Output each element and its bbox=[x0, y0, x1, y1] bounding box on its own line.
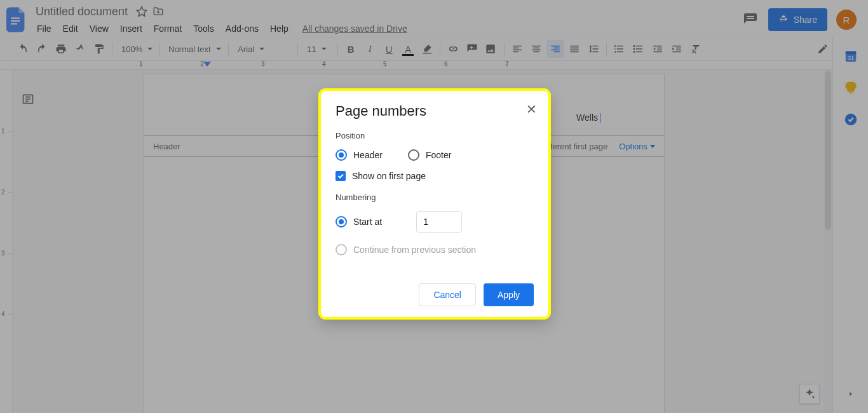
show-first-page-checkbox[interactable]: Show on first page bbox=[336, 171, 534, 181]
start-at-input[interactable] bbox=[416, 211, 462, 233]
cancel-button[interactable]: Cancel bbox=[419, 283, 476, 306]
position-header-radio[interactable]: Header bbox=[336, 149, 383, 161]
close-icon[interactable]: ✕ bbox=[522, 100, 540, 118]
continue-radio: Continue from previous section bbox=[336, 244, 534, 255]
numbering-section-label: Numbering bbox=[336, 193, 534, 202]
start-at-radio[interactable]: Start at bbox=[336, 216, 382, 227]
position-footer-radio[interactable]: Footer bbox=[408, 149, 451, 161]
page-numbers-dialog: Page numbers ✕ Position Header Footer Sh… bbox=[320, 90, 549, 318]
dialog-title: Page numbers bbox=[336, 103, 534, 119]
position-section-label: Position bbox=[336, 131, 534, 140]
apply-button[interactable]: Apply bbox=[484, 283, 534, 306]
